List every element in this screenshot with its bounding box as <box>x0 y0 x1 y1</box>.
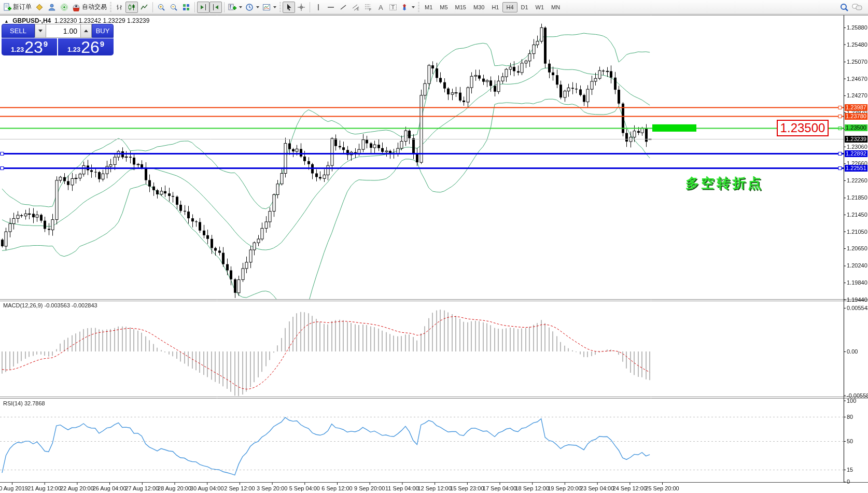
sell-price-pip: 9 <box>44 39 48 48</box>
chart-shift-button[interactable] <box>197 2 209 13</box>
horizontal-line-icon <box>327 3 335 11</box>
volume-input[interactable] <box>46 24 80 38</box>
zoom-in-button[interactable] <box>155 2 167 13</box>
buy-price[interactable]: 1.23 26 9 <box>58 38 114 55</box>
price-annotation-box[interactable]: 1.23500 <box>777 120 829 136</box>
vertical-line-button[interactable] <box>312 2 325 13</box>
chat-button[interactable] <box>850 2 864 13</box>
toolbar: 新订单 自动交易 f E F A T M1 M5 M15 M30 H1 H4 D… <box>0 0 868 15</box>
chart-autoscroll-button[interactable] <box>209 2 222 13</box>
horizontal-line-button[interactable] <box>325 2 337 13</box>
buy-button[interactable]: BUY <box>92 24 114 38</box>
equidistant-channel-button[interactable]: E <box>349 2 362 13</box>
tile-windows-button[interactable] <box>180 2 192 13</box>
svg-text:T: T <box>391 4 395 10</box>
tab-timeframe-mn[interactable]: MN <box>548 2 564 12</box>
ohlc-values: 1.23230 1.23242 1.23229 1.23239 <box>54 17 150 24</box>
fibonacci-button[interactable]: F <box>362 2 374 13</box>
chart-symbol-line: ▲ GBPUSD-,H4 1.23230 1.23242 1.23229 1.2… <box>4 17 149 24</box>
svg-text:E: E <box>357 7 359 11</box>
chart-candles-icon <box>128 3 136 11</box>
periods-icon <box>245 3 254 11</box>
spin-up-icon <box>84 30 88 32</box>
trendline-button[interactable] <box>337 2 349 13</box>
text-label-icon: T <box>389 3 397 11</box>
svg-text:A: A <box>379 3 383 11</box>
profile-icon <box>48 3 56 11</box>
trendline-icon <box>339 3 347 11</box>
arrows-button[interactable] <box>399 2 416 13</box>
zoom-out-icon <box>170 3 178 11</box>
new-order-label: 新订单 <box>13 3 32 11</box>
text-button[interactable]: A <box>374 2 387 13</box>
text-icon: A <box>376 3 385 11</box>
crosshair-button[interactable] <box>295 2 307 13</box>
vertical-line-icon <box>314 3 323 11</box>
chart-candles-button[interactable] <box>125 2 138 13</box>
autotrading-label: 自动交易 <box>82 3 107 11</box>
symbol-period: GBPUSD-,H4 <box>12 17 51 24</box>
autotrading-icon <box>72 3 80 11</box>
search-icon <box>839 3 849 12</box>
signal-icon <box>60 3 68 11</box>
buy-price-base: 1.23 <box>67 46 80 53</box>
signal-button[interactable] <box>58 2 71 13</box>
search-button[interactable] <box>838 2 850 13</box>
text-label-button[interactable]: T <box>387 2 399 13</box>
tab-timeframe-m15[interactable]: M15 <box>452 2 470 12</box>
chart-bars-icon <box>115 3 123 11</box>
tab-timeframe-w1[interactable]: W1 <box>532 2 548 12</box>
sell-price-base: 1.23 <box>11 46 24 53</box>
one-click-trading-panel: SELL BUY 1.23 23 9 1.23 26 9 <box>2 24 114 55</box>
metaquotes-button[interactable] <box>33 2 46 13</box>
equidistant-channel-icon: E <box>352 3 360 11</box>
new-order-icon <box>3 3 11 11</box>
chart-bars-button[interactable] <box>113 2 125 13</box>
expand-panel-arrow[interactable]: ▲ <box>4 19 9 24</box>
zoom-in-icon <box>157 3 165 11</box>
spin-down-icon <box>38 30 43 32</box>
sell-button[interactable]: SELL <box>2 24 35 38</box>
zoom-out-button[interactable] <box>167 2 180 13</box>
turning-point-annotation[interactable]: 多空转折点 <box>685 174 763 192</box>
sell-price-big: 23 <box>24 39 43 55</box>
volume-increase-button[interactable] <box>80 24 92 38</box>
tab-timeframe-h4[interactable]: H4 <box>502 2 517 12</box>
chart-shift-icon <box>199 3 207 11</box>
arrows-icon <box>401 3 409 11</box>
chart-autoscroll-icon <box>212 3 220 11</box>
chart-canvas[interactable] <box>0 0 868 493</box>
indicators-add-icon: f <box>228 3 236 11</box>
svg-text:F: F <box>369 8 371 11</box>
buy-price-pip: 9 <box>100 39 104 48</box>
buy-price-big: 26 <box>81 39 100 55</box>
crosshair-icon <box>297 3 305 11</box>
periods-button[interactable] <box>244 2 261 13</box>
tab-timeframe-h1[interactable]: H1 <box>488 2 502 12</box>
cursor-icon <box>285 3 293 11</box>
chat-icon <box>852 3 862 12</box>
templates-button[interactable] <box>261 2 278 13</box>
autotrading-button[interactable]: 自动交易 <box>71 2 108 13</box>
profile-button[interactable] <box>46 2 58 13</box>
chart-line-icon <box>140 3 148 11</box>
fibonacci-icon: F <box>364 3 372 11</box>
cursor-button[interactable] <box>283 2 295 13</box>
tile-windows-icon <box>182 3 190 11</box>
svg-text:f: f <box>230 4 231 10</box>
tab-timeframe-m5[interactable]: M5 <box>436 2 451 12</box>
new-order-button[interactable]: 新订单 <box>2 2 33 13</box>
volume-decrease-button[interactable] <box>35 24 46 38</box>
indicators-add-button[interactable]: f <box>227 2 244 13</box>
metaquotes-icon <box>35 3 44 11</box>
tab-timeframe-m30[interactable]: M30 <box>470 2 488 12</box>
tab-timeframe-d1[interactable]: D1 <box>517 2 532 12</box>
templates-icon <box>262 3 271 11</box>
chart-line-button[interactable] <box>138 2 150 13</box>
tab-timeframe-m1[interactable]: M1 <box>421 2 436 12</box>
sell-price[interactable]: 1.23 23 9 <box>2 38 57 55</box>
